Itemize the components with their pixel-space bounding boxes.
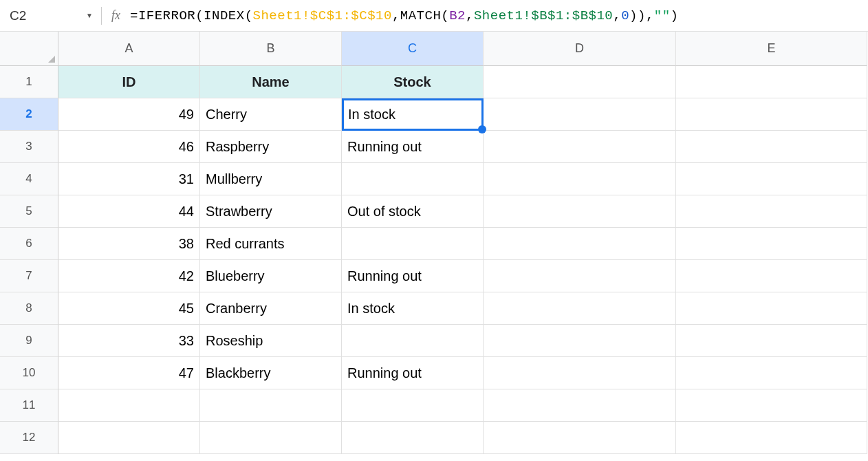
column-header-E[interactable]: E	[676, 32, 867, 66]
formula-ref: B2	[449, 8, 466, 23]
cell-E1[interactable]	[676, 66, 867, 98]
formula-bar[interactable]: =IFERROR(INDEX(Sheet1!$C$1:$C$10,MATCH(B…	[130, 8, 679, 23]
cell-E12[interactable]	[676, 422, 867, 454]
cell-B11[interactable]	[200, 389, 342, 422]
cell-C6[interactable]	[342, 228, 484, 260]
row-7: 742BlueberryRunning out	[0, 260, 868, 292]
cell-B7[interactable]: Blueberry	[200, 260, 342, 292]
cell-C8[interactable]: In stock	[342, 292, 484, 325]
column-header-D[interactable]: D	[484, 32, 676, 66]
cell-C12[interactable]	[342, 422, 484, 454]
cell-A2[interactable]: 49	[58, 98, 200, 131]
cell-C5[interactable]: Out of stock	[342, 195, 484, 228]
column-header-A[interactable]: A	[58, 32, 200, 66]
formula-zero: 0	[621, 8, 629, 23]
row-1: 1IDNameStock	[0, 66, 868, 98]
row-header-7[interactable]: 7	[0, 260, 58, 292]
cell-C10[interactable]: Running out	[342, 357, 484, 389]
formula-range1: Sheet1!$C$1:$C$10	[253, 8, 392, 23]
name-box-value: C2	[10, 8, 26, 23]
cell-C7[interactable]: Running out	[342, 260, 484, 292]
cell-D1[interactable]	[484, 66, 676, 98]
row-5: 544StrawberryOut of stock	[0, 195, 868, 228]
cell-C3[interactable]: Running out	[342, 131, 484, 163]
row-header-1[interactable]: 1	[0, 66, 58, 98]
row-header-8[interactable]: 8	[0, 292, 58, 325]
column-header-B[interactable]: B	[200, 32, 342, 66]
cell-C4[interactable]	[342, 163, 484, 195]
cell-B10[interactable]: Blackberry	[200, 357, 342, 389]
cell-E9[interactable]	[676, 325, 867, 357]
cell-E6[interactable]	[676, 228, 867, 260]
row-header-11[interactable]: 11	[0, 389, 58, 422]
cell-B8[interactable]: Cranberry	[200, 292, 342, 325]
column-header-C[interactable]: C	[342, 32, 484, 66]
name-box[interactable]: C2 ▼	[0, 8, 100, 23]
cell-E11[interactable]	[676, 389, 867, 422]
cell-D10[interactable]	[484, 357, 676, 389]
cell-E8[interactable]	[676, 292, 867, 325]
row-header-6[interactable]: 6	[0, 228, 58, 260]
row-4: 431Mullberry	[0, 163, 868, 195]
cell-E4[interactable]	[676, 163, 867, 195]
grid-body: 1IDNameStock249CherryIn stock346Raspberr…	[0, 66, 868, 454]
cell-B1[interactable]: Name	[200, 66, 342, 98]
row-header-3[interactable]: 3	[0, 131, 58, 163]
cell-D4[interactable]	[484, 163, 676, 195]
cell-A8[interactable]: 45	[58, 292, 200, 325]
cell-C2[interactable]: In stock	[342, 98, 484, 131]
cell-B9[interactable]: Roseship	[200, 325, 342, 357]
cell-D3[interactable]	[484, 131, 676, 163]
cell-A1[interactable]: ID	[58, 66, 200, 98]
cell-C11[interactable]	[342, 389, 484, 422]
row-header-5[interactable]: 5	[0, 195, 58, 228]
cell-D8[interactable]	[484, 292, 676, 325]
cell-C1[interactable]: Stock	[342, 66, 484, 98]
cell-A7[interactable]: 42	[58, 260, 200, 292]
cell-B5[interactable]: Strawberry	[200, 195, 342, 228]
cell-D7[interactable]	[484, 260, 676, 292]
cell-B2[interactable]: Cherry	[200, 98, 342, 131]
formula-part: =IFERROR(INDEX(	[130, 8, 253, 23]
formula-range2: Sheet1!$B$1:$B$10	[474, 8, 613, 23]
cell-A9[interactable]: 33	[58, 325, 200, 357]
cell-A11[interactable]	[58, 389, 200, 422]
cell-C9[interactable]	[342, 325, 484, 357]
fx-icon[interactable]: fx	[111, 8, 120, 23]
formula-part: ,MATCH(	[392, 8, 449, 23]
cell-A3[interactable]: 46	[58, 131, 200, 163]
cell-D11[interactable]	[484, 389, 676, 422]
cell-D5[interactable]	[484, 195, 676, 228]
cell-D9[interactable]	[484, 325, 676, 357]
name-box-dropdown-icon[interactable]: ▼	[86, 12, 93, 19]
row-header-9[interactable]: 9	[0, 325, 58, 357]
row-9: 933Roseship	[0, 325, 868, 357]
row-header-2[interactable]: 2	[0, 98, 58, 131]
cell-E5[interactable]	[676, 195, 867, 228]
cell-E3[interactable]	[676, 131, 867, 163]
cell-A12[interactable]	[58, 422, 200, 454]
select-all-corner[interactable]	[0, 32, 58, 66]
cell-A10[interactable]: 47	[58, 357, 200, 389]
cell-B3[interactable]: Raspberry	[200, 131, 342, 163]
cell-A4[interactable]: 31	[58, 163, 200, 195]
cell-E7[interactable]	[676, 260, 867, 292]
cell-E2[interactable]	[676, 98, 867, 131]
cell-B4[interactable]: Mullberry	[200, 163, 342, 195]
cell-D6[interactable]	[484, 228, 676, 260]
formula-part: )	[671, 8, 679, 23]
row-header-10[interactable]: 10	[0, 357, 58, 389]
row-header-4[interactable]: 4	[0, 163, 58, 195]
cell-D12[interactable]	[484, 422, 676, 454]
formula-part: ,	[466, 8, 474, 23]
cell-B6[interactable]: Red currants	[200, 228, 342, 260]
cell-A6[interactable]: 38	[58, 228, 200, 260]
cell-B12[interactable]	[200, 422, 342, 454]
row-header-12[interactable]: 12	[0, 422, 58, 454]
row-10: 1047BlackberryRunning out	[0, 357, 868, 389]
cell-E10[interactable]	[676, 357, 867, 389]
row-2: 249CherryIn stock	[0, 98, 868, 131]
row-11: 11	[0, 389, 868, 422]
cell-D2[interactable]	[484, 98, 676, 131]
cell-A5[interactable]: 44	[58, 195, 200, 228]
